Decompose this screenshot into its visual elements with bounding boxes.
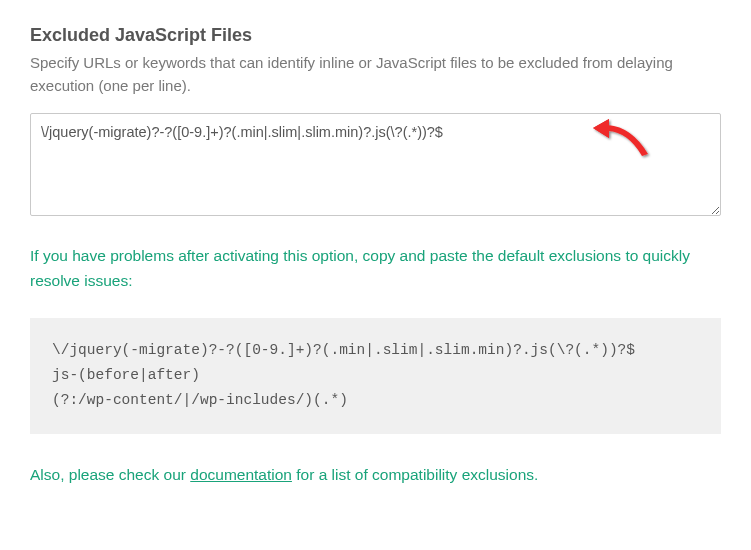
footer-suffix: for a list of compatibility exclusions. — [292, 466, 538, 483]
documentation-link[interactable]: documentation — [190, 466, 292, 483]
section-description: Specify URLs or keywords that can identi… — [30, 52, 721, 97]
textarea-container: \/jquery(-migrate)?-?([0-9.]+)?(.min|.sl… — [30, 113, 721, 220]
excluded-js-textarea[interactable]: \/jquery(-migrate)?-?([0-9.]+)?(.min|.sl… — [30, 113, 721, 216]
resolve-hint: If you have problems after activating th… — [30, 244, 721, 294]
default-exclusions-code: \/jquery(-migrate)?-?([0-9.]+)?(.min|.sl… — [30, 318, 721, 434]
footer-prefix: Also, please check our — [30, 466, 190, 483]
footer-hint: Also, please check our documentation for… — [30, 466, 721, 484]
section-title: Excluded JavaScript Files — [30, 25, 721, 46]
